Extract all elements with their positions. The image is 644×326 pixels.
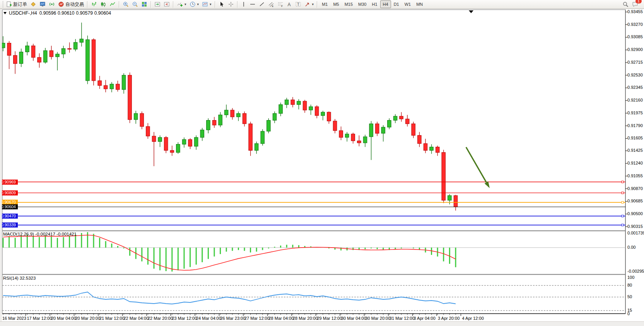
level-line-handle[interactable]	[5, 224, 7, 226]
arrows-caret-icon: ▾	[312, 2, 314, 6]
new-order-label: 新订单	[13, 1, 27, 8]
periods-caret-icon: ▾	[197, 2, 199, 6]
level-line-handle[interactable]	[5, 201, 7, 203]
candle	[412, 124, 415, 135]
candle	[128, 75, 132, 120]
toolbar-grip	[2, 1, 3, 7]
vertical-line-icon	[241, 1, 246, 7]
cursor-button[interactable]	[217, 0, 226, 8]
text-button[interactable]: A	[285, 0, 294, 8]
timeframe-button-m15[interactable]: M15	[342, 0, 355, 8]
strategy-tester-button[interactable]	[38, 0, 47, 8]
crosshair-button[interactable]	[226, 0, 236, 8]
candle	[219, 115, 222, 125]
candle	[19, 52, 23, 64]
candle	[333, 121, 337, 131]
candle	[291, 100, 295, 104]
timeframe-button-d1[interactable]: D1	[391, 0, 402, 8]
pane-divider[interactable]	[2, 274, 625, 275]
pane-divider[interactable]	[2, 231, 625, 231]
mt4-window: 新订单 自动交易	[0, 0, 644, 326]
arrows-button[interactable]: ▾	[303, 0, 316, 8]
candle	[267, 121, 271, 131]
notification-badge: 1	[635, 0, 642, 3]
auto-scroll-button[interactable]	[153, 0, 162, 8]
zoom-out-button[interactable]	[130, 0, 140, 8]
autotrading-button[interactable]: 自动交易	[56, 0, 85, 8]
level-line-handle[interactable]	[622, 181, 624, 183]
candle	[212, 121, 216, 125]
level-line-handle[interactable]	[5, 192, 7, 194]
timeframe-button-m30[interactable]: M30	[355, 0, 369, 8]
timeframe-button-m5[interactable]: M5	[330, 0, 342, 8]
tile-windows-button[interactable]	[140, 0, 149, 8]
candle	[388, 121, 391, 127]
candle	[158, 138, 162, 142]
svg-text:T: T	[297, 2, 299, 7]
metaeditor-button[interactable]	[29, 0, 38, 8]
clock-icon	[190, 1, 196, 7]
candle	[273, 114, 277, 121]
candle	[224, 110, 228, 115]
rsi-line	[3, 292, 456, 304]
timeframe-button-mn[interactable]: MN	[413, 0, 425, 8]
trendline-button[interactable]	[257, 0, 266, 8]
templates-button[interactable]: ▾	[200, 0, 213, 8]
level-line-handle[interactable]	[622, 192, 624, 194]
chart-shift-marker[interactable]	[469, 10, 473, 13]
equidistant-channel-icon: E	[268, 1, 274, 7]
macd-main-value: -0.002417	[35, 232, 55, 236]
equidistant-channel-button[interactable]: E	[266, 0, 276, 8]
candle	[424, 144, 427, 151]
candlestick-chart-button[interactable]	[99, 0, 108, 8]
periods-button[interactable]: ▾	[188, 0, 201, 8]
chart-shift-icon	[164, 1, 170, 7]
chart-symbol-period: USDCHF-,H4	[9, 10, 37, 16]
candle	[400, 116, 403, 119]
horizontal-line-button[interactable]	[248, 0, 257, 8]
macd-histogram	[3, 232, 456, 272]
window-gutter	[0, 9, 2, 321]
main-toolbar: 新订单 自动交易	[0, 0, 644, 9]
level-line-handle[interactable]	[5, 181, 7, 183]
candle	[207, 121, 210, 130]
search-icon	[622, 1, 629, 8]
timeframe-button-m1[interactable]: M1	[319, 0, 330, 8]
chart-shift-button[interactable]	[162, 0, 171, 8]
candle	[31, 46, 35, 58]
notifications-button[interactable]: 1	[630, 0, 640, 8]
candle	[73, 42, 77, 49]
bar-low-value: 0.90579	[76, 10, 92, 16]
new-order-button[interactable]: 新订单	[4, 0, 29, 8]
candle	[393, 116, 397, 121]
candle	[50, 51, 53, 57]
timeframe-bar: M1M5M15M30H1H4D1W1MN	[319, 0, 425, 8]
templates-caret-icon: ▾	[210, 2, 212, 6]
timeframe-button-w1[interactable]: W1	[402, 0, 414, 8]
vertical-line-button[interactable]	[239, 0, 248, 8]
search-button[interactable]	[621, 0, 630, 8]
bar-chart-button[interactable]	[89, 0, 99, 8]
level-line-handle[interactable]	[5, 215, 7, 217]
chart-context-arrow-icon[interactable]	[3, 12, 7, 14]
candle	[44, 51, 48, 62]
text-label-button[interactable]: T	[294, 0, 303, 8]
candle	[369, 124, 373, 137]
chart-canvas[interactable]	[0, 0, 644, 326]
timeframe-button-h4[interactable]: H4	[380, 0, 391, 8]
level-line-handle[interactable]	[622, 201, 624, 203]
line-chart-button[interactable]	[108, 0, 117, 8]
candle	[188, 139, 192, 146]
candle	[56, 54, 60, 57]
fibonacci-button[interactable]: F	[276, 0, 285, 8]
level-line-handle[interactable]	[622, 215, 624, 217]
timeframe-button-h1[interactable]: H1	[369, 0, 380, 8]
status-strip	[0, 321, 644, 326]
signals-button[interactable]	[47, 0, 56, 8]
candle	[152, 136, 156, 141]
zoom-in-button[interactable]	[121, 0, 130, 8]
indicators-button[interactable]: ▾	[175, 0, 188, 8]
svg-text:A: A	[287, 2, 290, 7]
candle	[176, 144, 180, 153]
level-line-handle[interactable]	[622, 224, 624, 226]
